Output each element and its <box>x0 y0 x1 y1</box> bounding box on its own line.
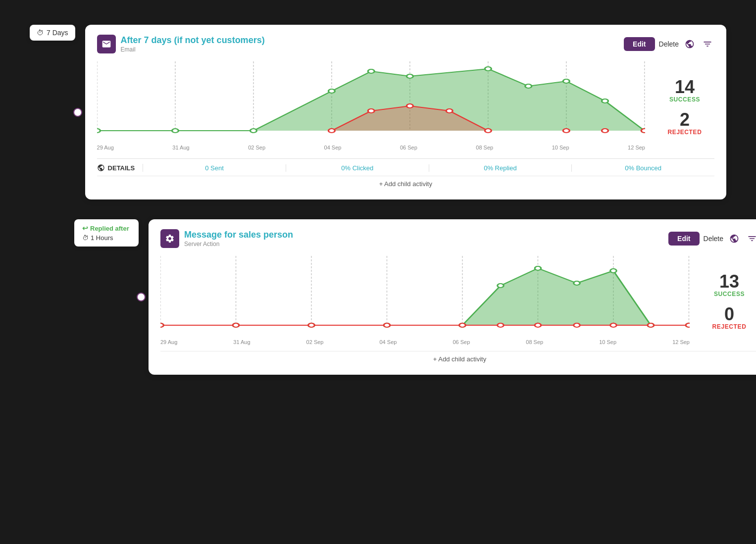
card1-chart-stats: 29 Aug 31 Aug 02 Sep 04 Sep 06 Sep 08 Se… <box>97 61 714 152</box>
c2-label-04sep: 04 Sep <box>380 339 397 345</box>
c2-label-12sep: 12 Sep <box>672 339 690 345</box>
svg-point-25 <box>485 129 491 133</box>
reply-icon: ↩ <box>82 224 88 232</box>
card1-delete-button[interactable]: Delete <box>659 40 679 48</box>
card2-edit-button[interactable]: Edit <box>668 232 699 246</box>
card1-filter-button[interactable] <box>701 37 714 51</box>
c2-label-10sep: 10 Sep <box>599 339 616 345</box>
label-10sep: 10 Sep <box>552 145 569 150</box>
svg-point-27 <box>602 129 608 133</box>
svg-point-57 <box>610 323 617 327</box>
svg-point-26 <box>563 129 569 133</box>
card1-chart-area: 29 Aug 31 Aug 02 Sep 04 Sep 06 Sep 08 Se… <box>97 61 645 152</box>
card2-add-child-label: + Add child activity <box>433 355 486 363</box>
card1-stats: 14 SUCCESS 2 REJECTED <box>655 61 714 152</box>
card1-edit-button[interactable]: Edit <box>624 37 655 51</box>
svg-point-59 <box>686 323 690 327</box>
card2-chart-area: 29 Aug 31 Aug 02 Sep 04 Sep 06 Sep 08 Se… <box>160 256 690 347</box>
card1-details-label: DETAILS <box>108 164 135 172</box>
svg-point-11 <box>250 129 256 133</box>
svg-point-53 <box>459 323 466 327</box>
gear-icon <box>165 234 175 244</box>
card2-rejected-block: 0 REJECTED <box>712 305 747 330</box>
card1-chart-labels: 29 Aug 31 Aug 02 Sep 04 Sep 06 Sep 08 Se… <box>97 143 645 152</box>
svg-point-16 <box>525 84 531 88</box>
svg-point-51 <box>308 323 315 327</box>
card2-title: Message for sales person <box>184 230 663 241</box>
svg-point-24 <box>446 109 453 113</box>
svg-point-15 <box>485 67 491 71</box>
card1-details-button[interactable]: DETAILS <box>97 164 144 172</box>
card1-chart-svg <box>97 61 645 141</box>
card2-activity-icon <box>160 229 179 248</box>
details-pie-icon <box>97 164 105 172</box>
label-29aug: 29 Aug <box>97 145 114 150</box>
card1-title: After 7 days (if not yet customers) <box>121 35 619 46</box>
label-31aug: 31 Aug <box>172 145 189 150</box>
svg-marker-37 <box>160 268 689 325</box>
label-12sep: 12 Sep <box>628 145 645 150</box>
svg-point-14 <box>406 74 413 78</box>
card1-footer: DETAILS 0 Sent 0% Clicked 0% Replied 0% … <box>97 158 714 172</box>
card1: After 7 days (if not yet customers) Emai… <box>85 25 726 199</box>
card1-circle-connector <box>73 108 82 117</box>
label-04sep: 04 Sep <box>324 145 342 150</box>
card2-wrapper: ↩ Replied after ⏱ 1 Hours Message for sa… <box>74 219 756 375</box>
card1-pie-chart-button[interactable] <box>683 37 697 51</box>
svg-point-50 <box>233 323 239 327</box>
card1-trigger-badge: ⏱ 7 Days <box>30 25 75 41</box>
card2-stats: 13 SUCCESS 0 REJECTED <box>700 256 756 347</box>
card1-add-child[interactable]: + Add child activity <box>97 176 714 192</box>
card2-circle-connector <box>137 293 146 301</box>
clock-icon2: ⏱ <box>82 234 89 242</box>
svg-point-55 <box>535 323 541 327</box>
card2-chart-svg <box>160 256 690 335</box>
svg-point-10 <box>172 129 178 133</box>
card1-clicked: 0% Clicked <box>286 164 429 172</box>
svg-point-17 <box>563 79 569 83</box>
svg-point-44 <box>535 266 541 270</box>
email-icon <box>101 39 111 49</box>
card1-rejected-label: REJECTED <box>668 129 702 136</box>
svg-point-9 <box>97 129 101 133</box>
card1-header: After 7 days (if not yet customers) Emai… <box>97 35 714 53</box>
card2-filter-button[interactable] <box>745 232 756 246</box>
card1-subtitle: Email <box>121 46 619 53</box>
card2-header: Message for sales person Server Action E… <box>160 229 756 248</box>
svg-point-13 <box>368 69 374 73</box>
card2-add-child[interactable]: + Add child activity <box>160 351 756 367</box>
svg-point-23 <box>406 104 413 108</box>
svg-point-54 <box>498 323 504 327</box>
card2-success-block: 13 SUCCESS <box>714 273 745 297</box>
card2-trigger-time: ⏱ 1 Hours <box>82 234 113 242</box>
card2-subtitle: Server Action <box>184 241 663 247</box>
card1-success-count: 14 <box>669 78 700 96</box>
label-06sep: 06 Sep <box>400 145 417 150</box>
svg-point-18 <box>602 99 608 103</box>
pie-chart-icon2 <box>729 234 739 244</box>
svg-point-12 <box>328 89 335 93</box>
card2-trigger-label: ↩ Replied after <box>82 224 129 232</box>
card2-delete-button[interactable]: Delete <box>704 235 723 243</box>
card2: Message for sales person Server Action E… <box>149 219 756 375</box>
filter-icon <box>703 39 712 49</box>
card2-rejected-label: REJECTED <box>712 323 747 330</box>
card2-pie-chart-button[interactable] <box>727 232 741 246</box>
card1-sent: 0 Sent <box>143 164 286 172</box>
svg-point-21 <box>328 129 335 133</box>
label-08sep: 08 Sep <box>476 145 493 150</box>
filter-icon2 <box>747 234 756 244</box>
card1-success-block: 14 SUCCESS <box>669 78 700 103</box>
card2-chart-stats: 29 Aug 31 Aug 02 Sep 04 Sep 06 Sep 08 Se… <box>160 256 756 347</box>
card1-rejected-block: 2 REJECTED <box>668 111 702 136</box>
card1-rejected-count: 2 <box>668 111 702 129</box>
card1-actions: Edit Delete <box>624 37 714 51</box>
card2-actions: Edit Delete <box>668 232 756 246</box>
card1-bounced: 0% Bounced <box>572 164 714 172</box>
svg-point-43 <box>498 284 504 288</box>
svg-point-22 <box>368 109 374 113</box>
c2-label-08sep: 08 Sep <box>526 339 543 345</box>
svg-point-56 <box>574 323 580 327</box>
c2-label-06sep: 06 Sep <box>453 339 470 345</box>
pie-chart-icon <box>685 39 695 49</box>
